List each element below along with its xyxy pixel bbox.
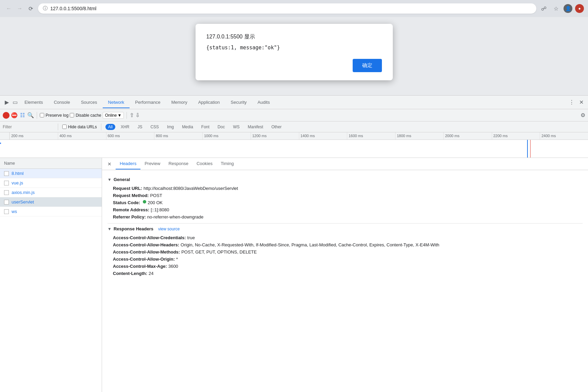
address-bar[interactable]: ⓘ 127.0.0.1:5500/8.html [38, 3, 536, 14]
filter-bar: Hide data URLs All XHR JS CSS Img Media … [0, 121, 588, 132]
tab-network[interactable]: Network [103, 97, 130, 108]
filter-xhr-button[interactable]: XHR [118, 124, 132, 130]
nav-buttons: ← → ⟳ [4, 4, 35, 13]
general-section-header[interactable]: ▼ General [107, 177, 583, 182]
preserve-log-checkbox-label[interactable]: Preserve log [40, 113, 68, 118]
filter-ws-button[interactable]: WS [230, 124, 242, 130]
devtools-tabs-bar: ▶ ▭ Elements Console Sources Network Per… [0, 96, 588, 109]
detail-tab-timing[interactable]: Timing [217, 158, 238, 169]
file-item-vuejs[interactable]: vue.js [0, 178, 102, 188]
filter-manifest-button[interactable]: Manifest [245, 124, 266, 130]
filter-media-button[interactable]: Media [179, 124, 196, 130]
url-text: 127.0.0.1:5500/8.html [50, 6, 532, 11]
close-detail-button[interactable]: ✕ [106, 160, 113, 168]
search-icon[interactable]: 🔍 [27, 112, 34, 119]
file-list-header: Name [0, 158, 102, 169]
filter-icon[interactable]: ☷ [19, 112, 26, 119]
tick-1800: 1800 ms [395, 132, 443, 140]
device-toolbar-button[interactable]: ▭ [11, 98, 19, 107]
tab-application[interactable]: Application [193, 97, 225, 108]
tab-sources[interactable]: Sources [75, 97, 103, 108]
tab-elements[interactable]: Elements [19, 97, 48, 108]
file-item-userservlet[interactable]: userServlet [0, 197, 102, 207]
tick-400: 400 ms [58, 132, 106, 140]
file-checkbox-axiosminjs[interactable] [4, 190, 9, 195]
waterfall-item-1 [0, 143, 1, 144]
view-source-link[interactable]: view source [158, 227, 180, 231]
stop-button[interactable]: ⛔ [11, 112, 18, 119]
hide-data-urls-checkbox[interactable] [62, 125, 67, 129]
status-green-dot [143, 200, 146, 203]
file-item-ws[interactable]: ws [0, 207, 102, 216]
filter-js-button[interactable]: JS [135, 124, 145, 130]
file-checkbox-ws[interactable] [4, 209, 9, 214]
access-control-max-age-row: Access-Control-Max-Age: 3600 [107, 263, 583, 270]
detail-tab-response[interactable]: Response [164, 158, 192, 169]
timeline: 200 ms 400 ms 600 ms 800 ms 1000 ms 1200… [0, 132, 588, 158]
filter-separator [58, 124, 58, 130]
tab-security[interactable]: Security [225, 97, 252, 108]
content-length-row: Content-Length: 24 [107, 270, 583, 277]
filter-img-button[interactable]: Img [164, 124, 177, 130]
referrer-policy-row: Referrer Policy: no-referrer-when-downgr… [107, 213, 583, 220]
disable-cache-checkbox[interactable] [70, 113, 74, 117]
disable-cache-checkbox-label[interactable]: Disable cache [70, 113, 101, 118]
forward-button[interactable]: → [15, 4, 24, 13]
filter-css-button[interactable]: CSS [148, 124, 162, 130]
headers-content: ▼ General Request URL: http://localhost:… [102, 170, 588, 281]
tab-performance[interactable]: Performance [130, 97, 166, 108]
back-button[interactable]: ← [4, 4, 14, 13]
detail-tab-cookies[interactable]: Cookies [192, 158, 217, 169]
upload-icon[interactable]: ⇧ [130, 112, 134, 118]
general-arrow-icon: ▼ [107, 177, 112, 182]
tick-600: 600 ms [106, 132, 154, 140]
filter-input[interactable] [3, 125, 54, 129]
detail-tab-headers[interactable]: Headers [116, 158, 140, 169]
alert-ok-button[interactable]: 确定 [353, 59, 382, 72]
bookmark-button[interactable]: ☆ [551, 4, 561, 13]
access-control-origin-row: Access-Control-Allow-Origin: * [107, 256, 583, 263]
tick-1400: 1400 ms [299, 132, 347, 140]
separator-2 [127, 112, 127, 119]
file-item-axiosminjs[interactable]: axios.min.js [0, 188, 102, 197]
filter-other-button[interactable]: Other [269, 124, 284, 130]
settings-icon[interactable]: ⚙ [581, 112, 585, 118]
browser-actions: ☍ ☆ 👤 ● [539, 4, 584, 13]
close-devtools-button[interactable]: ✕ [577, 98, 585, 107]
tab-audits[interactable]: Audits [252, 97, 275, 108]
details-tabs: ✕ Headers Preview Response Cookies Timin… [102, 158, 588, 170]
preserve-log-checkbox[interactable] [40, 113, 44, 117]
timeline-ruler: 200 ms 400 ms 600 ms 800 ms 1000 ms 1200… [0, 132, 588, 140]
translate-button[interactable]: ☍ [539, 4, 549, 13]
record-button[interactable] [3, 112, 10, 119]
file-checkbox-vuejs[interactable] [4, 181, 9, 185]
network-toolbar: ⛔ ☷ 🔍 Preserve log Disable cache Online … [0, 109, 588, 121]
request-method-row: Request Method: POST [107, 192, 583, 199]
devtools-tab-actions: ⋮ ✕ [568, 98, 585, 107]
download-icon[interactable]: ⇩ [135, 112, 140, 118]
filter-all-button[interactable]: All [105, 124, 115, 130]
reload-button[interactable]: ⟳ [26, 4, 35, 13]
section-divider-1 [107, 223, 583, 224]
tab-console[interactable]: Console [48, 97, 75, 108]
hide-data-urls-label[interactable]: Hide data URLs [62, 125, 97, 129]
cursor-tool-button[interactable]: ▶ [3, 98, 11, 107]
filter-font-button[interactable]: Font [199, 124, 212, 130]
tab-memory[interactable]: Memory [166, 97, 193, 108]
type-separator [101, 124, 101, 130]
extension-icon[interactable]: ● [575, 4, 584, 13]
tick-200: 200 ms [10, 132, 58, 140]
detail-tab-preview[interactable]: Preview [140, 158, 164, 169]
status-code-row: Status Code: 200 OK [107, 199, 583, 206]
profile-icon[interactable]: 👤 [564, 4, 572, 13]
file-checkbox-8html[interactable] [4, 171, 9, 176]
devtools: ▶ ▭ Elements Console Sources Network Per… [0, 95, 588, 392]
response-headers-section-header[interactable]: ▼ Response Headers view source [107, 226, 583, 231]
network-throttle-select[interactable]: Online ▼ [103, 112, 124, 119]
tick-1600: 1600 ms [347, 132, 395, 140]
more-options-button[interactable]: ⋮ [568, 98, 576, 107]
file-checkbox-userservlet[interactable] [4, 200, 9, 205]
page-content: 127.0.0.1:5500 显示 {status:1, message:"ok… [0, 17, 588, 95]
file-item-8html[interactable]: 8.html [0, 169, 102, 178]
filter-doc-button[interactable]: Doc [215, 124, 228, 130]
